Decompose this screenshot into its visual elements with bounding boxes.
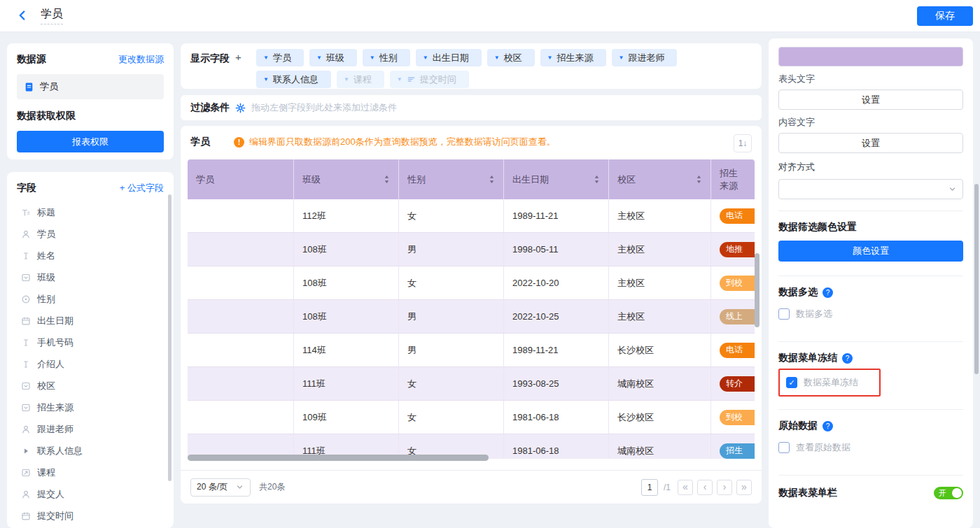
highlight-box: 数据菜单冻结 <box>778 369 881 397</box>
raw-data-checkbox[interactable] <box>778 442 790 453</box>
chip-label: 出生日期 <box>433 52 469 64</box>
cell-student <box>188 300 294 333</box>
display-field-chip[interactable]: ▼ 出生日期 <box>416 49 482 66</box>
prev-page-icon[interactable]: ‹ <box>697 480 713 495</box>
field-label: 跟进老师 <box>37 423 74 436</box>
chip-label: 学员 <box>273 52 291 64</box>
table-row[interactable]: 114班 男 1989-11-21 长沙校区 电话 <box>188 334 755 367</box>
field-item[interactable]: 班级 <box>17 266 164 288</box>
cell-class: 108班 <box>294 300 399 333</box>
field-item[interactable]: 提交人 <box>17 483 164 505</box>
field-label: 班级 <box>37 271 55 284</box>
display-field-chip[interactable]: ▼ 招生来源 <box>540 49 606 66</box>
field-item[interactable]: 手机号码 <box>17 331 164 353</box>
page-size-value: 20 条/页 <box>197 481 227 493</box>
fields-scrollbar[interactable] <box>168 194 172 481</box>
display-field-chip[interactable]: ▼ 班级 <box>309 49 357 66</box>
toggle-knob <box>952 488 962 498</box>
field-item[interactable]: 校区 <box>17 375 164 397</box>
field-item[interactable]: 学员 <box>17 223 164 245</box>
table-header-cell[interactable]: 学员 <box>188 159 294 199</box>
datasource-item[interactable]: 学员 <box>17 74 164 99</box>
source-badge: 线上 <box>720 309 755 324</box>
last-page-icon[interactable]: » <box>736 480 752 495</box>
content-text-label: 内容文字 <box>778 116 963 129</box>
sort-both-icon[interactable] <box>384 174 390 185</box>
page-size-select[interactable]: 20 条/页 <box>190 478 251 497</box>
help-icon[interactable]: ? <box>822 287 833 298</box>
table-row[interactable]: 108班 男 2022-10-25 主校区 线上 <box>188 300 755 334</box>
cell-birthday: 1989-11-21 <box>504 334 609 366</box>
display-chips: ▼ 学员 ▼ 班级 ▼ 性别 ▼ 出生日期 ▼ <box>256 49 752 83</box>
cell-source: 电话 <box>711 199 755 232</box>
save-button[interactable]: 保存 <box>917 6 973 26</box>
first-page-icon[interactable]: « <box>678 480 693 495</box>
table-menubar-toggle[interactable]: 开 <box>934 487 963 499</box>
table-header-cell[interactable]: 招生来源 <box>711 159 755 199</box>
field-item[interactable]: 标题 <box>17 201 164 223</box>
table-row[interactable]: 111班 女 1993-08-25 城南校区 转介 <box>188 367 755 401</box>
table-row[interactable]: 108班 女 2022-10-20 主校区 到校 <box>188 266 755 300</box>
field-label: 手机号码 <box>37 336 74 349</box>
page-scrollbar[interactable] <box>974 184 979 374</box>
align-label: 对齐方式 <box>778 161 963 173</box>
cell-campus: 主校区 <box>609 199 711 232</box>
help-icon[interactable]: ? <box>822 421 833 431</box>
add-display-field-button[interactable]: + <box>235 52 241 62</box>
multi-select-checkbox[interactable] <box>778 308 790 320</box>
field-item[interactable]: 姓名 <box>17 245 164 266</box>
field-item[interactable]: 提交时间 <box>17 505 164 527</box>
caret-down-icon: ▼ <box>547 55 553 61</box>
sort-both-icon[interactable] <box>594 174 600 185</box>
field-item[interactable]: 联系人信息 <box>17 440 164 462</box>
field-item[interactable]: 跟进老师 <box>17 418 164 440</box>
cell-source: 线上 <box>711 300 755 333</box>
table-row[interactable]: 108班 男 1998-05-11 主校区 地推 <box>188 233 755 266</box>
help-icon[interactable]: ? <box>842 353 853 364</box>
report-permission-button[interactable]: 报表权限 <box>17 131 164 152</box>
table-header-cell[interactable]: 班级 <box>294 159 399 199</box>
display-field-chip[interactable]: ▼ 提交时间 <box>390 71 469 88</box>
field-item[interactable]: 出生日期 <box>17 310 164 331</box>
color-settings-button[interactable]: 颜色设置 <box>778 241 963 262</box>
table-row[interactable]: 109班 女 1981-06-18 长沙校区 到校 <box>188 401 755 434</box>
table-row[interactable]: 112班 女 1989-11-21 主校区 电话 <box>188 199 755 233</box>
menu-freeze-checkbox[interactable] <box>786 377 797 388</box>
cell-birthday: 1981-06-18 <box>504 434 609 459</box>
display-field-chip[interactable]: ▼ 学员 <box>256 49 304 66</box>
display-field-chip[interactable]: ▼ 联系人信息 <box>256 71 331 88</box>
field-label: 课程 <box>37 466 55 479</box>
cell-student <box>188 199 294 232</box>
field-item[interactable]: 课程 <box>17 462 164 483</box>
cell-class: 108班 <box>294 233 399 266</box>
display-field-chip[interactable]: ▼ 校区 <box>487 49 535 66</box>
table-header-cell[interactable]: 性别 <box>399 159 504 199</box>
numeric-sort-icon[interactable]: 1↓ <box>734 134 752 152</box>
content-text-settings-button[interactable]: 设置 <box>778 133 963 153</box>
raw-data-title: 原始数据 <box>778 420 818 432</box>
table-header-cell[interactable]: 出生日期 <box>504 159 609 199</box>
add-formula-field-link[interactable]: + 公式字段 <box>120 182 164 194</box>
display-field-chip[interactable]: ▼ 性别 <box>363 49 410 66</box>
cell-birthday: 1998-05-11 <box>504 233 609 266</box>
align-select[interactable] <box>778 179 963 199</box>
table-horizontal-scrollbar[interactable] <box>188 455 489 461</box>
field-item[interactable]: 性别 <box>17 288 164 310</box>
field-item[interactable]: 介绍人 <box>17 353 164 375</box>
filter-hint: 拖动左侧字段到此处来添加过滤条件 <box>251 101 397 114</box>
current-page-input[interactable]: 1 <box>641 479 658 496</box>
next-page-icon[interactable]: › <box>717 480 732 495</box>
back-icon[interactable] <box>17 10 29 22</box>
change-datasource-link[interactable]: 更改数据源 <box>118 53 164 66</box>
sort-both-icon[interactable] <box>489 174 495 185</box>
header-color-swatch[interactable] <box>778 47 963 66</box>
gear-icon[interactable] <box>235 103 246 113</box>
table-vertical-scrollbar[interactable] <box>755 253 760 327</box>
display-field-chip[interactable]: ▼ 课程 <box>337 71 384 88</box>
chevron-down-icon <box>948 185 957 194</box>
sort-both-icon[interactable] <box>696 174 702 185</box>
display-field-chip[interactable]: ▼ 跟进老师 <box>612 49 678 66</box>
table-header-cell[interactable]: 校区 <box>609 159 711 199</box>
field-item[interactable]: 招生来源 <box>17 397 164 418</box>
header-text-settings-button[interactable]: 设置 <box>778 90 963 110</box>
